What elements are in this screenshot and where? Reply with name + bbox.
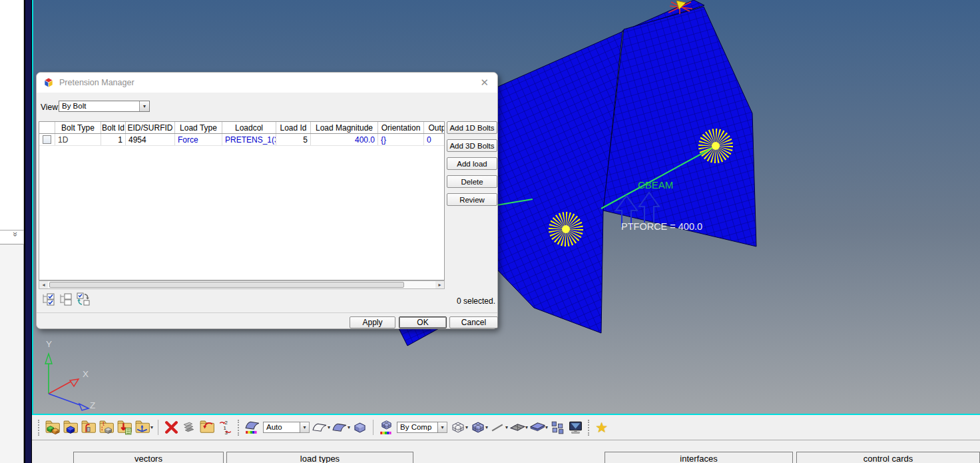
bolt-table[interactable]: Bolt Type Bolt Id EID/SURFID Load Type L… [39, 121, 445, 280]
col-eid-surfid: EID/SURFID [126, 122, 175, 133]
organize-move-button[interactable] [198, 418, 216, 437]
toolbar-separator [158, 420, 158, 435]
toolbar-grip[interactable] [588, 420, 591, 436]
scrollbar-thumb[interactable] [49, 282, 404, 288]
toolbar-grip[interactable] [38, 420, 41, 436]
dialog-titlebar[interactable]: Pretension Manager ✕ [37, 73, 497, 93]
chevron-down-icon[interactable] [139, 101, 149, 111]
row-checkbox[interactable] [43, 135, 51, 144]
add-1d-bolts-button[interactable]: Add 1D Bolts [447, 121, 497, 134]
delete-button-toolbar[interactable] [162, 418, 180, 437]
feature-lines-icon [489, 419, 506, 436]
geom-wireframe-dropdown-icon[interactable] [328, 424, 330, 430]
shell-faces-dropdown-icon[interactable] [545, 424, 548, 430]
feature-lines-dropdown-icon[interactable] [505, 424, 508, 430]
display-toolbar: t 213 Auto By Comp [32, 415, 980, 440]
uncheck-all-button[interactable] [58, 291, 74, 307]
components-button[interactable] [62, 418, 80, 437]
chevron-down-icon[interactable] [438, 422, 447, 433]
element-quad-icon [509, 419, 526, 436]
loads-button[interactable] [116, 418, 134, 437]
scroll-left-icon[interactable] [39, 281, 48, 288]
bolt-table-header-row: Bolt Type Bolt Id EID/SURFID Load Type L… [39, 122, 444, 134]
scroll-right-icon[interactable] [435, 281, 444, 288]
geom-shaded-dropdown-icon[interactable] [348, 424, 350, 430]
panel-item-load-types[interactable]: load types [226, 452, 413, 463]
cancel-button[interactable]: Cancel [449, 316, 498, 328]
panel-splitter[interactable] [24, 0, 32, 463]
elem-shaded-button[interactable] [469, 418, 487, 437]
renumber-button[interactable]: 213 [216, 418, 234, 437]
elem-color-mode-button[interactable] [377, 418, 395, 437]
col-orientation: Orientation [378, 122, 424, 133]
cell-loadcol[interactable]: PRETENS_1(3) [222, 134, 276, 145]
table-row[interactable]: 1D 1 4954 Force PRETENS_1(3) 5 400.0 {} … [39, 134, 444, 146]
favorites-star-icon[interactable] [595, 420, 608, 436]
elem-wireframe-button[interactable] [449, 418, 467, 437]
chevron-down-icon[interactable] [300, 422, 310, 433]
screen-capture-icon [567, 419, 584, 436]
panel-item-control-cards[interactable]: control cards [796, 452, 980, 463]
left-lower-panel [0, 244, 24, 463]
organize-button[interactable] [44, 418, 62, 437]
ok-button[interactable]: OK [399, 316, 447, 328]
add-load-button[interactable]: Add load [447, 157, 497, 170]
col-load-magnitude: Load Magnitude [311, 122, 378, 133]
cell-eid-surfid: 4954 [126, 134, 175, 145]
card-edit-button[interactable] [180, 418, 198, 437]
geom-color-mode-button[interactable] [244, 418, 262, 437]
panel-item-interfaces[interactable]: interfaces [605, 452, 793, 463]
collapse-chevron-icon[interactable] [11, 232, 21, 236]
col-loadcol: Loadcol [222, 122, 276, 133]
measure-button[interactable] [80, 418, 98, 437]
cell-load-type[interactable]: Force [175, 134, 222, 145]
systems-button[interactable] [134, 418, 152, 437]
elem-wireframe-icon [449, 419, 466, 436]
delete-button[interactable]: Delete [447, 175, 497, 188]
col-load-type: Load Type [175, 122, 222, 133]
elem-shaded-dropdown-icon[interactable] [485, 424, 488, 430]
cell-load-id: 5 [276, 134, 311, 145]
element-quad-dropdown-icon[interactable] [525, 424, 528, 430]
hypermesh-logo-icon [43, 77, 54, 88]
geom-display-dropdown[interactable]: Auto [263, 422, 310, 433]
review-button[interactable]: Review [447, 193, 497, 206]
view-dropdown[interactable]: By Bolt [59, 101, 150, 112]
col-bolt-type: Bolt Type [55, 122, 101, 133]
check-all-button[interactable] [41, 291, 57, 307]
thickness-button[interactable]: t [98, 418, 116, 437]
elem-wireframe-dropdown-icon[interactable] [465, 424, 468, 430]
apply-button[interactable]: Apply [350, 316, 395, 328]
cell-orientation[interactable]: {} [378, 134, 424, 145]
add-3d-bolts-button[interactable]: Add 3D Bolts [447, 139, 497, 152]
feature-lines-button[interactable] [489, 418, 507, 437]
panel-item-vectors[interactable]: vectors [73, 452, 224, 463]
systems-dropdown-icon[interactable] [150, 424, 153, 430]
shell-faces-button[interactable] [529, 418, 547, 437]
pretension-manager-dialog: Pretension Manager ✕ View: By Bolt Bolt … [36, 72, 498, 329]
col-load-id: Load Id [276, 122, 311, 133]
solid-shaded-button[interactable] [351, 418, 369, 437]
axis-y-label: Y [46, 339, 52, 349]
svg-text:3: 3 [224, 430, 227, 436]
col-output: Outp [424, 122, 445, 133]
parts-button[interactable] [549, 418, 567, 437]
cell-output[interactable]: 0 [424, 134, 445, 145]
axis-x-label: X [83, 369, 89, 379]
invert-selection-button[interactable] [75, 291, 91, 307]
close-icon[interactable]: ✕ [478, 77, 491, 89]
horizontal-scrollbar[interactable] [39, 280, 445, 289]
footer-divider [37, 312, 497, 313]
left-sidebar [0, 0, 24, 463]
check-all-icon [41, 291, 57, 307]
toolbar-grip[interactable] [238, 420, 240, 436]
systems-icon [134, 419, 151, 436]
cell-load-magnitude[interactable]: 400.0 [311, 134, 378, 145]
dialog-title: Pretension Manager [59, 78, 478, 87]
screen-capture-button[interactable] [567, 418, 585, 437]
elem-color-dropdown[interactable]: By Comp [397, 422, 447, 433]
element-quad-button[interactable] [509, 418, 527, 437]
geom-wireframe-button[interactable] [311, 418, 329, 437]
renumber-icon: 213 [217, 419, 234, 436]
geom-shaded-button[interactable] [331, 418, 349, 437]
